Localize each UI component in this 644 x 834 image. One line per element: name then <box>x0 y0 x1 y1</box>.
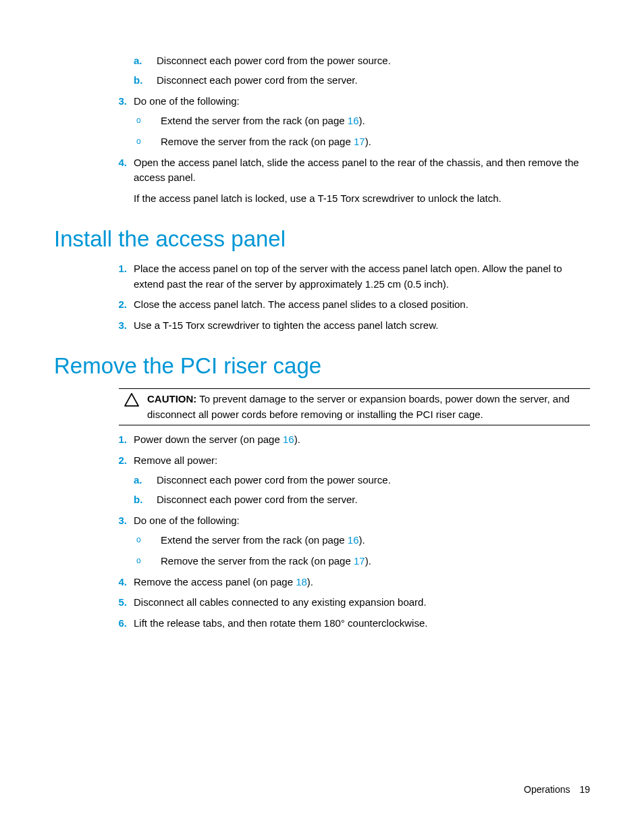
remove-step-2: 2. Remove all power: a. Disconnect each … <box>119 453 590 508</box>
substep-text: Disconnect each power cord from the powe… <box>157 474 391 486</box>
svg-marker-0 <box>125 394 138 406</box>
choice-text-pre: Extend the server from the rack (on page <box>161 115 348 126</box>
substep-text: Disconnect each power cord from the serv… <box>157 494 358 505</box>
remove-step-6: 6. Lift the release tabs, and then rotat… <box>119 616 590 631</box>
remove-substep-b: b. Disconnect each power cord from the s… <box>134 492 590 507</box>
list-marker: 4. <box>109 575 127 590</box>
page-link[interactable]: 17 <box>354 555 365 567</box>
caution-block: CAUTION: To prevent damage to the server… <box>119 388 590 425</box>
step-text: Close the access panel latch. The access… <box>134 298 468 310</box>
choice-text-pre: Remove the server from the rack (on page <box>161 555 354 567</box>
choice-extend: o Extend the server from the rack (on pa… <box>134 113 590 128</box>
list-marker: b. <box>134 492 149 507</box>
step-3: 3. Do one of the following: o Extend the… <box>119 94 590 150</box>
step-text-post: ). <box>307 576 313 588</box>
page-link[interactable]: 18 <box>296 576 307 588</box>
heading-remove-pci-riser: Remove the PCI riser cage <box>54 353 590 379</box>
step-text: Use a T-15 Torx screwdriver to tighten t… <box>134 319 438 331</box>
list-marker: 5. <box>109 595 127 610</box>
list-marker: 2. <box>109 297 127 313</box>
remove-step-4: 4. Remove the access panel (on page 18). <box>119 575 590 590</box>
caution-body: To prevent damage to the server or expan… <box>147 393 570 420</box>
circle-bullet-icon: o <box>136 114 141 127</box>
step-text-pre: Remove the access panel (on page <box>134 576 296 588</box>
choice-text-pre: Extend the server from the rack (on page <box>161 534 348 546</box>
step-text: Place the access panel on top of the ser… <box>134 263 562 290</box>
choice-text-post: ). <box>359 115 365 126</box>
page-link[interactable]: 17 <box>354 136 365 147</box>
step-text: Open the access panel latch, slide the a… <box>134 157 579 184</box>
choice-remove: o Remove the server from the rack (on pa… <box>134 134 590 149</box>
list-marker: b. <box>134 72 149 88</box>
remove-substep-a: a. Disconnect each power cord from the p… <box>134 472 590 488</box>
install-step-3: 3. Use a T-15 Torx screwdriver to tighte… <box>119 318 590 334</box>
footer-section: Operations <box>524 784 570 795</box>
list-marker: 3. <box>109 513 127 529</box>
substep-b: b. Disconnect each power cord from the s… <box>134 72 590 88</box>
substep-a: a. Disconnect each power cord from the p… <box>134 53 590 68</box>
remove-choice-list: o Extend the server from the rack (on pa… <box>134 532 590 569</box>
step-4: 4. Open the access panel latch, slide th… <box>119 155 590 207</box>
choice-text-post: ). <box>359 534 365 546</box>
install-step-2: 2. Close the access panel latch. The acc… <box>119 297 590 313</box>
list-marker: 1. <box>109 432 127 448</box>
page-link[interactable]: 16 <box>348 534 359 546</box>
step-text: Do one of the following: <box>134 515 240 526</box>
heading-install-access-panel: Install the access panel <box>54 226 590 252</box>
caution-triangle-icon <box>119 392 144 422</box>
document-page: a. Disconnect each power cord from the p… <box>0 0 644 834</box>
remove-substep-list: a. Disconnect each power cord from the p… <box>134 472 590 508</box>
remove-step-5: 5. Disconnect all cables connected to an… <box>119 595 590 610</box>
step-text: Lift the release tabs, and then rotate t… <box>134 617 427 629</box>
choice-text-post: ). <box>365 555 371 567</box>
circle-bullet-icon: o <box>136 533 141 546</box>
caution-text: CAUTION: To prevent damage to the server… <box>144 392 590 422</box>
caution-label: CAUTION: <box>147 393 196 405</box>
page-link[interactable]: 16 <box>283 434 294 445</box>
list-marker: 3. <box>109 94 127 109</box>
top-continued-list: a. Disconnect each power cord from the p… <box>119 53 590 206</box>
footer-page-number: 19 <box>579 784 590 795</box>
install-step-1: 1. Place the access panel on top of the … <box>119 261 590 292</box>
list-marker: 4. <box>109 155 127 171</box>
remove-choice-remove: o Remove the server from the rack (on pa… <box>134 553 590 569</box>
step-text: Do one of the following: <box>134 95 240 107</box>
step-item: a. Disconnect each power cord from the p… <box>119 53 590 88</box>
list-marker: 3. <box>109 318 127 334</box>
page-footer: Operations 19 <box>524 784 590 795</box>
list-marker: 1. <box>109 261 127 277</box>
list-marker: a. <box>134 472 149 488</box>
step-text: Remove all power: <box>134 454 217 466</box>
list-marker: 6. <box>109 616 127 631</box>
step-note: If the access panel latch is locked, use… <box>134 191 590 207</box>
remove-choice-extend: o Extend the server from the rack (on pa… <box>134 532 590 548</box>
page-link[interactable]: 16 <box>348 115 359 126</box>
remove-step-1: 1. Power down the server (on page 16). <box>119 432 590 448</box>
list-marker: a. <box>134 53 149 68</box>
choice-list: o Extend the server from the rack (on pa… <box>134 113 590 150</box>
circle-bullet-icon: o <box>136 135 141 148</box>
remove-step-3: 3. Do one of the following: o Extend the… <box>119 513 590 569</box>
install-list: 1. Place the access panel on top of the … <box>119 261 590 333</box>
step-text-post: ). <box>294 434 300 445</box>
circle-bullet-icon: o <box>136 554 141 567</box>
choice-text-post: ). <box>365 136 371 147</box>
substep-text: Disconnect each power cord from the powe… <box>157 55 391 66</box>
list-marker: 2. <box>109 453 127 469</box>
substep-text: Disconnect each power cord from the serv… <box>157 74 358 86</box>
choice-text-pre: Remove the server from the rack (on page <box>161 136 354 147</box>
remove-list: 1. Power down the server (on page 16). 2… <box>119 432 590 631</box>
step-text-pre: Power down the server (on page <box>134 434 283 445</box>
substep-list: a. Disconnect each power cord from the p… <box>134 53 590 88</box>
step-text: Disconnect all cables connected to any e… <box>134 596 427 608</box>
